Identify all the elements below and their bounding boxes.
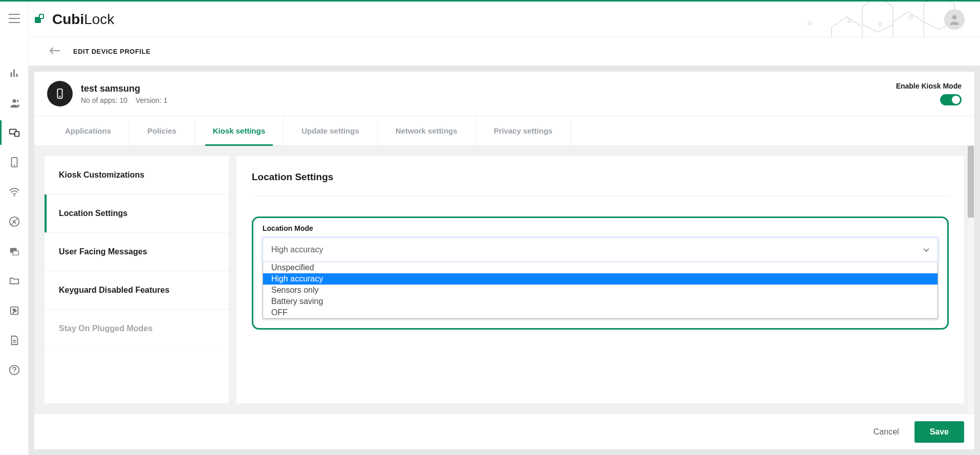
sidebar-item-location-settings[interactable]: Location Settings [45,194,229,233]
svg-rect-12 [40,15,43,18]
svg-point-20 [909,15,912,18]
footer-actions: Cancel Save [34,414,974,449]
tab-privacy-settings[interactable]: Privacy settings [476,116,571,145]
wifi-icon[interactable] [7,185,21,199]
top-header: CubiLock [29,2,980,37]
tabs-bar: Applications Policies Kiosk settings Upd… [34,116,974,146]
scrollbar-thumb[interactable] [968,146,974,218]
brand-name: CubiLock [52,11,114,28]
svg-marker-15 [893,12,924,37]
menu-toggle-icon[interactable] [9,14,20,25]
location-mode-select[interactable]: High accuracy [263,237,938,262]
sidebar-item-stay-on-plugged[interactable]: Stay On Plugged Modes [45,310,229,348]
svg-point-21 [952,15,957,19]
tab-update-settings[interactable]: Update settings [284,116,378,145]
tab-kiosk-settings[interactable]: Kiosk settings [195,116,284,145]
profile-meta: No of apps: 10 Version: 1 [81,96,173,104]
kiosk-mode-label: Enable Kiosk Mode [896,82,962,90]
device-icon [47,81,73,106]
brand-logo[interactable]: CubiLock [34,11,114,28]
users-icon[interactable] [7,96,21,110]
option-high-accuracy[interactable]: High accuracy [263,273,938,285]
svg-rect-1 [14,132,18,136]
save-button[interactable]: Save [914,421,964,443]
cancel-button[interactable]: Cancel [874,427,899,437]
settings-panel-title: Location Settings [252,171,949,196]
main-sidebar [0,2,29,455]
option-unspecified[interactable]: Unspecified [263,262,938,273]
sidebar-item-keyguard-disabled[interactable]: Keyguard Disabled Features [45,271,229,310]
folder-icon[interactable] [7,274,21,288]
option-battery-saving[interactable]: Battery saving [263,296,938,307]
svg-point-23 [59,96,61,97]
sidebar-item-user-facing-messages[interactable]: User Facing Messages [45,233,229,271]
sidebar-item-kiosk-customizations[interactable]: Kiosk Customizations [45,156,229,194]
brand-logo-icon [34,12,49,27]
svg-marker-14 [862,2,893,32]
document-icon[interactable] [7,333,21,348]
tab-policies[interactable]: Policies [129,116,195,145]
settings-sidebar: Kiosk Customizations Location Settings U… [45,156,229,403]
tab-applications[interactable]: Applications [47,116,129,145]
help-icon[interactable] [7,363,21,377]
location-mode-highlight: Location Mode High accuracy Unspecified … [252,216,949,330]
key-icon[interactable] [7,304,21,318]
profile-name: test samsung [81,83,173,94]
svg-point-18 [848,19,851,23]
svg-point-3 [13,164,15,166]
location-mode-label: Location Mode [263,224,938,232]
chat-icon[interactable] [7,244,21,258]
mobile-icon[interactable] [7,155,21,169]
svg-point-19 [879,23,882,26]
dashboard-icon[interactable] [7,66,21,80]
option-sensors-only[interactable]: Sensors only [263,285,938,296]
blocked-call-icon[interactable] [7,214,21,229]
user-avatar[interactable] [944,9,965,30]
svg-rect-7 [13,251,18,255]
devices-icon[interactable] [7,125,21,140]
kiosk-mode-toggle[interactable] [940,94,962,105]
location-mode-value: High accuracy [271,245,323,254]
page-title: EDIT DEVICE PROFILE [73,48,150,55]
svg-point-17 [808,21,811,25]
settings-content: Location Settings Location Mode High acc… [236,156,964,403]
option-off[interactable]: OFF [263,307,938,318]
tab-network-settings[interactable]: Network settings [378,116,476,145]
chevron-down-icon [923,245,929,254]
svg-marker-13 [832,17,862,37]
profile-header: test samsung No of apps: 10 Version: 1 E… [34,72,974,116]
sub-header: EDIT DEVICE PROFILE [29,37,980,66]
back-arrow-icon[interactable] [49,46,60,57]
location-mode-dropdown: Unspecified High accuracy Sensors only B… [263,262,938,319]
svg-point-4 [13,195,15,197]
